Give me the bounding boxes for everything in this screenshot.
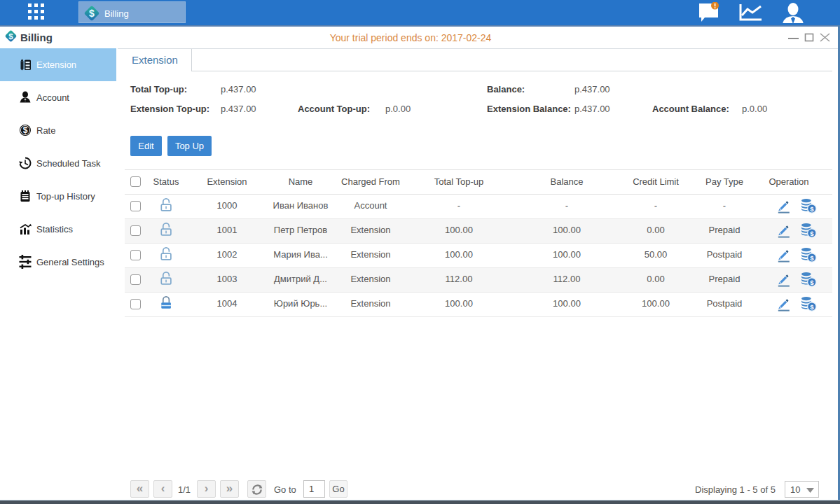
svg-text:$: $ [810, 279, 814, 286]
svg-text:$: $ [89, 8, 95, 19]
svg-text:$: $ [810, 205, 814, 213]
svg-text:$: $ [810, 303, 814, 311]
svg-text:$: $ [810, 254, 814, 262]
svg-text:$: $ [810, 230, 814, 237]
svg-text:$: $ [23, 125, 28, 135]
